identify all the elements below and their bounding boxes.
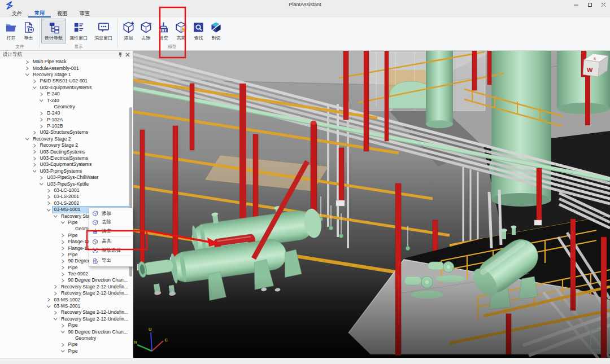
tree-item[interactable]: 90 Degree Direction Chan... <box>0 328 133 335</box>
minimize-button[interactable] <box>569 0 583 10</box>
tree-item[interactable]: 03-LS-2001 <box>0 194 133 200</box>
toolbar-button-cube-remove[interactable]: 去除 <box>137 19 155 43</box>
tree-item[interactable]: U02-StructureSystems <box>0 129 133 135</box>
chevron-right-icon[interactable] <box>32 79 37 84</box>
tree-item[interactable]: Pipe <box>0 348 133 354</box>
toolbar-button-property-window[interactable]: 属性窗口 <box>66 19 91 43</box>
viewport-3d[interactable]: W S U E N <box>133 51 610 358</box>
toolbar-button-cube-add[interactable]: 添加 <box>120 19 137 43</box>
chevron-down-icon[interactable] <box>53 317 58 321</box>
chevron-right-icon[interactable] <box>39 111 43 116</box>
maximize-button[interactable] <box>583 0 596 10</box>
tree-item[interactable]: Pipe <box>0 322 133 328</box>
tree-item[interactable]: Tee-0902 <box>0 271 133 277</box>
chevron-right-icon[interactable] <box>60 259 65 264</box>
close-button[interactable] <box>596 0 610 10</box>
chevron-right-icon[interactable] <box>60 265 65 270</box>
chevron-right-icon[interactable] <box>46 201 51 205</box>
chevron-right-icon[interactable] <box>39 117 43 122</box>
toolbar-button-message-window[interactable]: 消息窗口 <box>91 19 116 43</box>
tree-item[interactable]: ModuleAssembly-001 <box>0 65 133 71</box>
tree-item[interactable]: P-102A <box>0 117 133 123</box>
tree-item[interactable]: Main Pipe Rack <box>0 59 133 65</box>
tree-item[interactable]: U03-ElectricalSystems <box>0 155 133 161</box>
chevron-right-icon[interactable] <box>60 343 65 347</box>
chevron-down-icon[interactable] <box>53 214 58 218</box>
chevron-down-icon[interactable] <box>32 169 37 173</box>
tree-item[interactable]: Recovery Stage 2-12-Undefin... <box>0 309 133 315</box>
context-menu-item-cube-add[interactable]: 添加 <box>89 209 133 218</box>
chevron-right-icon[interactable] <box>39 176 43 180</box>
chevron-right-icon[interactable] <box>60 252 65 257</box>
chevron-down-icon[interactable] <box>25 72 29 77</box>
chevron-right-icon[interactable] <box>25 60 29 64</box>
tree-item[interactable]: T-240 <box>0 97 133 103</box>
tree-item[interactable]: U03-PipeSys-Kettle <box>0 181 133 187</box>
tree-item[interactable]: U03-EquipmentSystems <box>0 161 133 168</box>
toolbar-button-export-doc[interactable]: 导出 <box>20 19 37 43</box>
chevron-right-icon[interactable] <box>60 272 65 277</box>
chevron-down-icon[interactable] <box>60 349 65 353</box>
chevron-right-icon[interactable] <box>60 233 65 238</box>
tree-item[interactable]: E-240 <box>0 91 133 97</box>
chevron-right-icon[interactable] <box>39 124 43 129</box>
chevron-down-icon[interactable] <box>25 137 29 141</box>
chevron-down-icon[interactable] <box>46 208 51 212</box>
tree-item[interactable]: Recovery Stage 2-12-Undefin... <box>0 284 133 290</box>
tree-item[interactable]: Geometry <box>0 104 133 110</box>
chevron-right-icon[interactable] <box>32 143 37 148</box>
toolbar-button-folder-open[interactable]: 打开 <box>2 19 20 43</box>
chevron-right-icon[interactable] <box>53 310 58 315</box>
tree-item[interactable]: Recovery Stage 2 <box>0 136 133 142</box>
ribbon-tab[interactable]: 视图 <box>51 10 73 17</box>
chevron-right-icon[interactable] <box>32 130 37 135</box>
chevron-right-icon[interactable] <box>60 323 65 328</box>
tree-item[interactable]: U02-EquipmentSystems <box>0 85 133 91</box>
tree-item[interactable]: Pipe <box>0 341 133 348</box>
close-panel-icon[interactable] <box>124 51 131 58</box>
toolbar-button-find-window[interactable]: 查找 <box>190 19 207 43</box>
chevron-down-icon[interactable] <box>39 98 43 103</box>
chevron-right-icon[interactable] <box>32 163 37 167</box>
chevron-right-icon[interactable] <box>39 92 43 97</box>
tree-item[interactable]: P&ID SRS01-U02-001 <box>0 78 133 84</box>
chevron-right-icon[interactable] <box>60 240 65 244</box>
tree-item[interactable]: Recovery Stage 2-12-Undefin... <box>0 316 133 322</box>
ribbon-tab[interactable]: 常用 <box>28 10 51 17</box>
chevron-right-icon[interactable] <box>25 66 29 71</box>
chevron-right-icon[interactable] <box>53 284 58 289</box>
tree-item[interactable]: 90 Degree Direction Chan... <box>0 277 133 283</box>
tree-item[interactable]: U03-PipingSystems <box>0 168 133 174</box>
chevron-down-icon[interactable] <box>60 330 65 334</box>
tree-item[interactable]: U03-DuctingSystems <box>0 148 133 155</box>
toolbar-button-section-cube[interactable]: 剖切 <box>207 19 225 43</box>
context-menu-item-zoom-select[interactable]: 缩放选择 <box>89 246 133 255</box>
context-menu-item-export-doc[interactable]: 导出 <box>89 257 133 266</box>
chevron-right-icon[interactable] <box>53 291 58 296</box>
ribbon-tab[interactable]: 文件 <box>6 10 28 17</box>
toolbar-button-design-nav[interactable]: 设计导航 <box>41 19 66 43</box>
ribbon-tab[interactable]: 审查 <box>73 10 96 17</box>
tree-item[interactable]: Recovery Stage 1 <box>0 72 133 78</box>
tree-item[interactable]: U03-PipeSys-ChillWater <box>0 174 133 181</box>
toolbar-button-broom[interactable]: 清空 <box>155 19 172 43</box>
chevron-down-icon[interactable] <box>39 182 43 186</box>
context-menu-item-cube-remove[interactable]: 去除 <box>89 218 133 227</box>
context-menu-item-cube-highlight[interactable]: 高亮 <box>89 238 133 247</box>
chevron-right-icon[interactable] <box>60 278 65 283</box>
tree-item[interactable]: 03-LC-1001 <box>0 187 133 194</box>
tree-item[interactable]: Geometry <box>0 335 133 341</box>
tree-item[interactable]: 03-MS-2001 <box>0 303 133 309</box>
chevron-down-icon[interactable] <box>32 85 37 90</box>
chevron-down-icon[interactable] <box>60 220 65 225</box>
context-menu-item-broom[interactable]: 清空 <box>89 227 133 236</box>
chevron-right-icon[interactable] <box>46 297 51 302</box>
toolbar-button-cube-highlight[interactable]: 高亮 <box>172 19 190 43</box>
chevron-right-icon[interactable] <box>46 188 51 193</box>
tree-item[interactable]: Recovery Stage 2-12-Undefin... <box>0 290 133 296</box>
chevron-right-icon[interactable] <box>60 246 65 251</box>
chevron-right-icon[interactable] <box>32 150 37 154</box>
pin-panel-icon[interactable] <box>116 51 124 58</box>
chevron-down-icon[interactable] <box>46 304 51 309</box>
tree-item[interactable]: 03-LS-2002 <box>0 200 133 207</box>
